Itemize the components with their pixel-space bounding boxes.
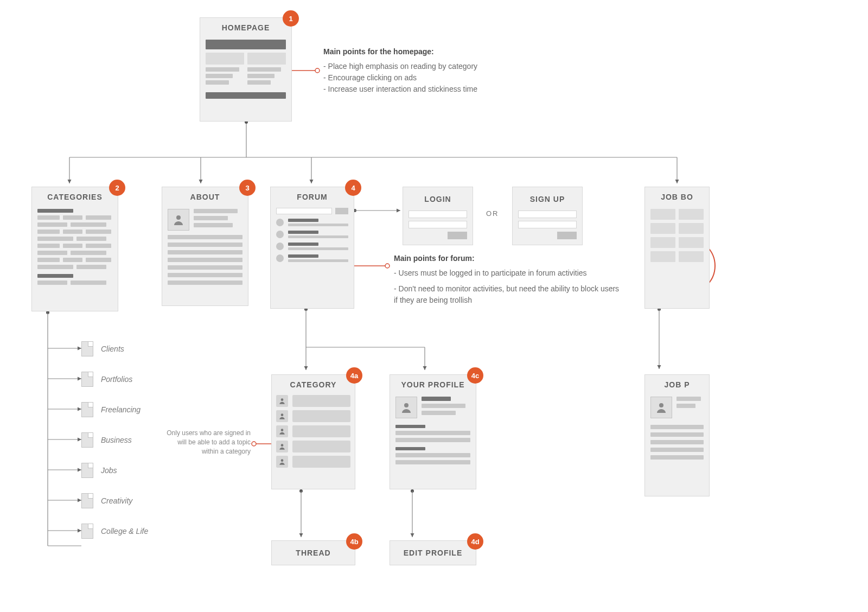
document-icon: [81, 402, 93, 417]
node-category: 4a CATEGORY: [271, 374, 355, 489]
node-forum: 4 FORUM: [270, 187, 354, 309]
title-thread: THREAD: [272, 541, 355, 562]
document-icon: [81, 463, 93, 478]
category-label: Clients: [101, 345, 124, 353]
callout-category-note: Only users who are signed in will be abl…: [164, 429, 251, 456]
title-forum: FORUM: [271, 187, 354, 206]
category-label: Freelancing: [101, 405, 141, 414]
list-item: Clients: [81, 334, 148, 364]
callout-forum-line: - Users must be logged in to participate…: [394, 267, 622, 279]
callout-homepage-line: - Increase user interaction and stickine…: [323, 84, 551, 95]
node-signup: SIGN UP: [512, 187, 583, 245]
node-jobboard: JOB BO: [644, 187, 710, 309]
title-editprofile: EDIT PROFILE: [390, 541, 476, 562]
list-item: Creativity: [81, 486, 148, 516]
title-jobboard: JOB BO: [645, 187, 709, 206]
list-item: Freelancing: [81, 394, 148, 425]
document-icon: [81, 493, 93, 508]
svg-point-15: [281, 413, 284, 416]
callout-homepage-line: - Place high emphasis on reading by cate…: [323, 61, 551, 72]
svg-point-19: [404, 403, 409, 407]
node-editprofile: 4d EDIT PROFILE: [390, 540, 476, 565]
callout-forum-line: - Don't need to monitor activities, but …: [394, 283, 622, 306]
node-about: 3 ABOUT: [162, 187, 248, 306]
callout-homepage-heading: Main points for the homepage:: [323, 46, 551, 58]
svg-point-8: [315, 68, 320, 73]
title-signup: SIGN UP: [518, 193, 577, 208]
or-label: OR: [486, 209, 499, 218]
list-item: Business: [81, 425, 148, 455]
badge-thread: 4b: [346, 533, 362, 550]
category-label: Business: [101, 436, 132, 444]
svg-point-13: [176, 215, 181, 220]
callout-forum-heading: Main points for forum:: [394, 253, 622, 264]
svg-point-16: [281, 429, 284, 431]
list-item: Jobs: [81, 455, 148, 486]
badge-categories: 2: [109, 180, 125, 196]
callout-homepage: Main points for the homepage: - Place hi…: [323, 46, 551, 95]
category-label: College & Life: [101, 527, 148, 536]
category-label: Creativity: [101, 496, 132, 505]
title-homepage: HOMEPAGE: [200, 18, 291, 36]
badge-editprofile: 4d: [467, 533, 483, 550]
badge-forum: 4: [345, 180, 361, 196]
title-profile: YOUR PROFILE: [390, 375, 476, 393]
svg-point-12: [252, 442, 256, 446]
avatar-icon: [168, 209, 189, 231]
title-about: ABOUT: [162, 187, 248, 206]
document-icon: [81, 372, 93, 387]
note-line: Only users who are signed in: [164, 429, 251, 438]
category-list: Clients Portfolios Freelancing Business …: [81, 334, 148, 546]
svg-point-4: [411, 489, 414, 493]
category-label: Portfolios: [101, 375, 132, 384]
node-categories: 2 CATEGORIES: [31, 187, 118, 311]
node-homepage: 1 HOMEPAGE: [200, 17, 292, 122]
document-icon: [81, 524, 93, 539]
list-item: College & Life: [81, 516, 148, 546]
svg-point-14: [281, 398, 284, 401]
svg-point-18: [281, 459, 284, 462]
title-login: LOGIN: [409, 193, 467, 208]
svg-point-10: [385, 264, 390, 268]
title-category: CATEGORY: [272, 375, 355, 393]
badge-profile: 4c: [467, 367, 483, 384]
badge-about: 3: [239, 180, 256, 196]
node-login: LOGIN: [403, 187, 473, 245]
badge-category: 4a: [346, 367, 362, 384]
title-jobp: JOB P: [645, 375, 709, 393]
avatar-icon: [650, 397, 672, 418]
note-line: within a category: [164, 447, 251, 456]
node-profile: 4c YOUR PROFILE: [390, 374, 476, 489]
callout-homepage-line: - Encourage clicking on ads: [323, 72, 551, 84]
document-icon: [81, 432, 93, 448]
note-line: will be able to add a topic: [164, 438, 251, 447]
badge-homepage: 1: [283, 10, 299, 27]
node-thread: 4b THREAD: [271, 540, 355, 565]
callout-forum: Main points for forum: - Users must be l…: [394, 253, 622, 306]
svg-point-3: [299, 489, 303, 493]
document-icon: [81, 341, 93, 356]
title-categories: CATEGORIES: [32, 187, 118, 206]
node-jobp: JOB P: [644, 374, 710, 496]
list-item: Portfolios: [81, 364, 148, 394]
svg-point-17: [281, 444, 284, 447]
category-label: Jobs: [101, 466, 117, 475]
avatar-icon: [395, 397, 417, 418]
svg-point-20: [659, 403, 663, 407]
